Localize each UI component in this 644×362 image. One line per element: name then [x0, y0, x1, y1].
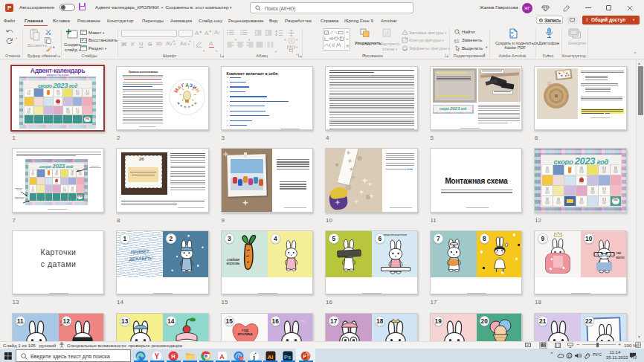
svg-text:b: b — [457, 38, 459, 42]
svg-text:a: a — [454, 38, 457, 42]
svg-text:Y: Y — [155, 352, 160, 361]
svg-text:P: P — [303, 353, 307, 358]
svg-text:j: j — [252, 352, 255, 360]
svg-text:Ps: Ps — [284, 353, 292, 360]
svg-text:A: A — [219, 352, 225, 360]
svg-text:9: 9 — [634, 356, 636, 359]
svg-text:Я: Я — [171, 353, 176, 360]
svg-text:D: D — [568, 354, 571, 358]
svg-text:21: 21 — [240, 357, 244, 361]
svg-text:Ai: Ai — [267, 353, 273, 360]
